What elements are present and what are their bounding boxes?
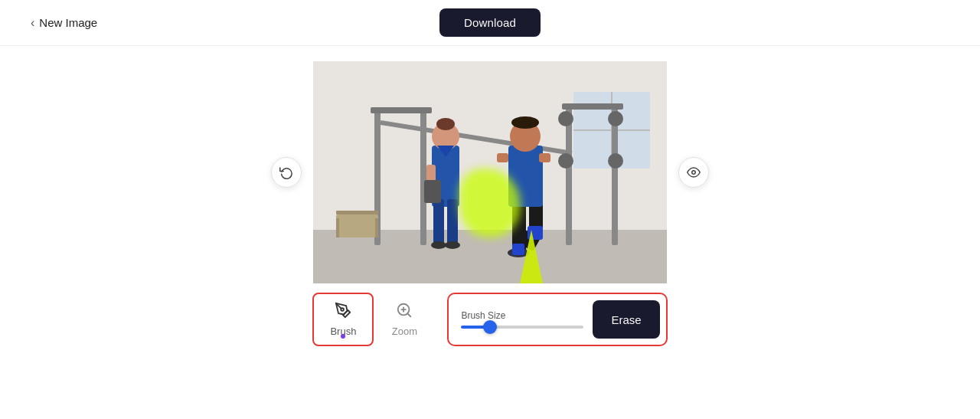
refresh-button[interactable] xyxy=(271,157,302,188)
main-content: Brush Zoom Brush Size xyxy=(0,46,980,419)
svg-rect-10 xyxy=(562,103,623,110)
brush-icon xyxy=(335,302,351,322)
svg-point-43 xyxy=(341,308,345,311)
bottom-toolbar: Brush Zoom Brush Size xyxy=(312,293,667,346)
svg-point-16 xyxy=(558,111,573,126)
svg-point-19 xyxy=(608,153,623,169)
svg-rect-15 xyxy=(375,218,378,237)
svg-rect-12 xyxy=(336,214,378,237)
zoom-icon xyxy=(396,302,413,322)
svg-point-17 xyxy=(608,111,623,126)
slider-container xyxy=(461,326,583,329)
svg-rect-28 xyxy=(424,180,441,203)
back-button[interactable]: ‹ New Image xyxy=(31,16,97,30)
tool-section: Brush Zoom xyxy=(312,293,435,346)
svg-rect-37 xyxy=(539,153,550,162)
svg-rect-7 xyxy=(371,107,432,113)
eye-button[interactable] xyxy=(678,157,709,188)
svg-rect-23 xyxy=(433,199,444,245)
header: ‹ New Image Download xyxy=(0,0,980,46)
zoom-tool-button[interactable]: Zoom xyxy=(374,293,435,346)
brush-size-control: Brush Size xyxy=(461,310,583,329)
svg-line-45 xyxy=(408,313,411,316)
svg-point-42 xyxy=(692,171,696,175)
brush-size-slider[interactable] xyxy=(461,326,583,329)
chevron-left-icon: ‹ xyxy=(31,16,34,30)
download-button[interactable]: Download xyxy=(439,8,541,37)
refresh-icon xyxy=(279,165,293,179)
brush-size-label: Brush Size xyxy=(461,310,583,321)
brush-active-dot xyxy=(341,334,345,339)
brush-size-section: Brush Size Erase xyxy=(447,293,667,346)
svg-rect-36 xyxy=(497,153,508,162)
svg-rect-24 xyxy=(447,199,458,245)
svg-point-22 xyxy=(436,118,455,130)
svg-point-18 xyxy=(558,153,573,169)
canvas-image[interactable] xyxy=(313,61,667,283)
svg-point-25 xyxy=(431,241,446,249)
zoom-label: Zoom xyxy=(392,326,417,337)
svg-rect-14 xyxy=(336,218,339,237)
eye-icon xyxy=(687,165,701,179)
svg-point-26 xyxy=(445,241,460,249)
image-wrapper xyxy=(313,61,667,283)
svg-rect-41 xyxy=(512,244,524,255)
svg-rect-13 xyxy=(336,211,378,214)
brush-tool-button[interactable]: Brush xyxy=(312,293,374,346)
svg-point-35 xyxy=(511,116,539,129)
back-label: New Image xyxy=(39,16,97,29)
erase-button[interactable]: Erase xyxy=(593,300,659,339)
